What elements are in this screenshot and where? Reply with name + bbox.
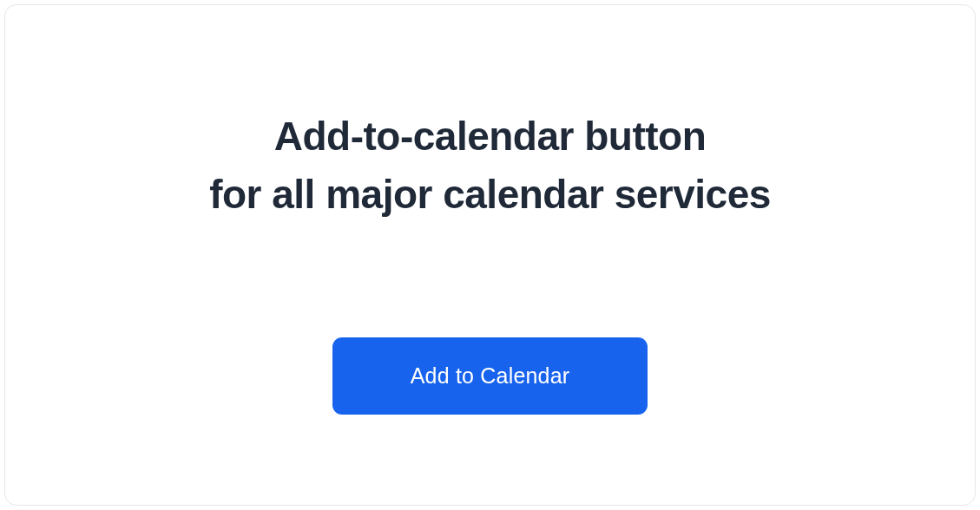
heading-line-1: Add-to-calendar button	[209, 108, 771, 166]
content-card: Add-to-calendar button for all major cal…	[4, 4, 976, 506]
heading-line-2: for all major calendar services	[209, 166, 771, 224]
page-heading: Add-to-calendar button for all major cal…	[209, 108, 771, 223]
add-to-calendar-button[interactable]: Add to Calendar	[332, 337, 648, 415]
